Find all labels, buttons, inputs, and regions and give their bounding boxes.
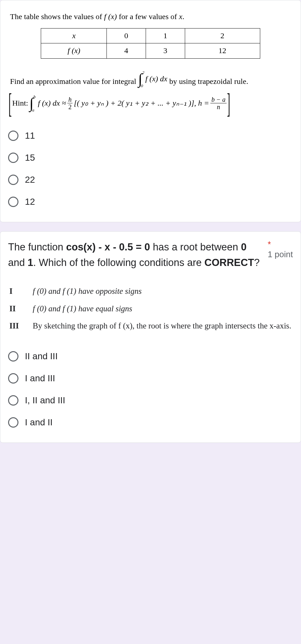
radio-icon <box>8 351 18 362</box>
denominator: 2 <box>67 103 72 110</box>
table-row: x 0 1 2 <box>41 28 260 43</box>
option-label: I and II <box>25 417 53 428</box>
table-cell: f (x) <box>41 43 107 59</box>
question-card-1: The table shows the values of f (x) for … <box>0 0 301 222</box>
text: The function <box>8 241 66 253</box>
option-label: I and III <box>25 373 55 384</box>
values-table: x 0 1 2 f (x) 4 3 12 <box>41 28 260 59</box>
integral-limits: 20 <box>141 70 145 88</box>
zero: 0 <box>241 241 246 253</box>
conditions-block: I f (0) and f (1) have opposite signs II… <box>8 283 293 339</box>
q1-find-line: Find an approximation value for integral… <box>10 70 291 88</box>
q1-stem-block: The table shows the values of f (x) for … <box>8 8 293 113</box>
integral-inline: ∫20f (x) dx <box>138 70 167 88</box>
option-label: 22 <box>25 175 35 185</box>
radio-icon <box>8 131 18 141</box>
left-bracket-icon: [ <box>8 94 12 113</box>
numerator: b − a <box>210 96 227 103</box>
radio-option[interactable]: I and III <box>8 367 293 389</box>
equation: cos(x) - x - 0.5 = 0 <box>66 241 150 253</box>
q1-options: 11 15 22 12 <box>8 125 293 213</box>
cell-text: f (x) <box>68 46 80 55</box>
text: for a few values of <box>117 12 179 21</box>
condition-row: I f (0) and f (1) have opposite signs <box>9 283 292 299</box>
numerator: h <box>67 96 72 103</box>
q2-header: The function cos(x) - x - 0.5 = 0 has a … <box>8 239 293 283</box>
x-symbol: x <box>179 12 183 21</box>
radio-icon <box>8 175 18 185</box>
table-cell: 3 <box>146 43 185 59</box>
sup: 2 <box>142 70 145 75</box>
condition-num: I <box>9 283 22 299</box>
q1-intro: The table shows the values of f (x) for … <box>10 11 291 22</box>
text: by using trapezoidal rule. <box>167 77 248 86</box>
text: By sketching the graph of f (x), the roo… <box>33 321 291 330</box>
table-cell: 12 <box>185 43 260 59</box>
formula-body: [( y₀ + yₙ ) + 2( y₁ + y₂ + ... + yₙ₋₁ )… <box>74 98 209 109</box>
one: 1 <box>28 257 33 268</box>
radio-icon <box>8 395 18 406</box>
text: . Which of the following conditions are <box>33 257 205 268</box>
points-label: 1 point <box>268 249 293 259</box>
text: and <box>8 257 28 268</box>
hint-content: Hint: ∫ ba f (x) dx ≈ h2 [( y₀ + yₙ ) + … <box>12 95 227 112</box>
table-cell: x <box>41 28 107 43</box>
text: . <box>182 12 184 21</box>
integrand: f (x) dx <box>145 74 167 85</box>
required-asterisk-icon: * <box>268 239 271 249</box>
radio-option[interactable]: 12 <box>8 191 293 213</box>
hint-label: Hint: <box>12 98 28 109</box>
radio-option[interactable]: II and III <box>8 345 293 367</box>
integrand: f (x) dx ≈ <box>38 98 66 109</box>
integral-inline: ∫ ba <box>29 95 37 112</box>
radio-option[interactable]: 22 <box>8 169 293 191</box>
fraction-ban: b − an <box>210 96 227 110</box>
radio-icon <box>8 417 18 428</box>
table-cell: 2 <box>185 28 260 43</box>
option-label: II and III <box>25 351 58 362</box>
radio-option[interactable]: I, II and III <box>8 389 293 411</box>
option-label: 12 <box>25 197 35 207</box>
table-cell: 0 <box>107 28 146 43</box>
text: Find an approximation value for integral <box>10 77 138 86</box>
radio-option[interactable]: 15 <box>8 147 293 169</box>
condition-row: III By sketching the graph of f (x), the… <box>9 318 292 334</box>
fx-symbol: f (x) <box>104 12 117 21</box>
radio-option[interactable]: I and II <box>8 411 293 433</box>
radio-option[interactable]: 11 <box>8 125 293 147</box>
question-card-2: The function cos(x) - x - 0.5 = 0 has a … <box>0 231 301 443</box>
table-cell: 1 <box>146 28 185 43</box>
right-bracket-icon: ] <box>227 94 230 113</box>
q2-stem: The function cos(x) - x - 0.5 = 0 has a … <box>8 239 264 270</box>
table-row: f (x) 4 3 12 <box>41 43 260 59</box>
integral-limits: ba <box>32 95 36 112</box>
option-label: 11 <box>25 131 35 141</box>
option-label: I, II and III <box>25 395 65 406</box>
radio-icon <box>8 373 18 384</box>
correct-word: CORRECT <box>205 257 254 268</box>
condition-row: II f (0) and f (1) have equal signs <box>9 301 292 316</box>
hint-block: [ Hint: ∫ ba f (x) dx ≈ h2 [( y₀ + yₙ ) … <box>10 94 291 113</box>
condition-text: f (0) and f (1) have equal signs <box>33 301 292 316</box>
sub: 0 <box>141 84 145 88</box>
condition-text: f (0) and f (1) have opposite signs <box>33 283 292 299</box>
radio-icon <box>8 153 18 163</box>
cell-text: x <box>72 31 76 40</box>
radio-icon <box>8 197 18 207</box>
fraction-h2: h2 <box>67 96 72 110</box>
q2-options: II and III I and III I, II and III I and… <box>8 345 293 433</box>
option-label: 15 <box>25 153 35 163</box>
text: The table shows the values of <box>10 12 104 21</box>
sup: b <box>34 95 36 99</box>
text: ? <box>254 257 260 268</box>
table-cell: 4 <box>107 43 146 59</box>
denominator: n <box>216 103 221 110</box>
sub: a <box>32 108 36 112</box>
points-block: * 1 point <box>268 239 293 259</box>
condition-num: II <box>9 301 22 316</box>
condition-text: By sketching the graph of f (x), the roo… <box>33 318 292 334</box>
condition-num: III <box>9 318 22 334</box>
text: has a root between <box>150 241 241 253</box>
